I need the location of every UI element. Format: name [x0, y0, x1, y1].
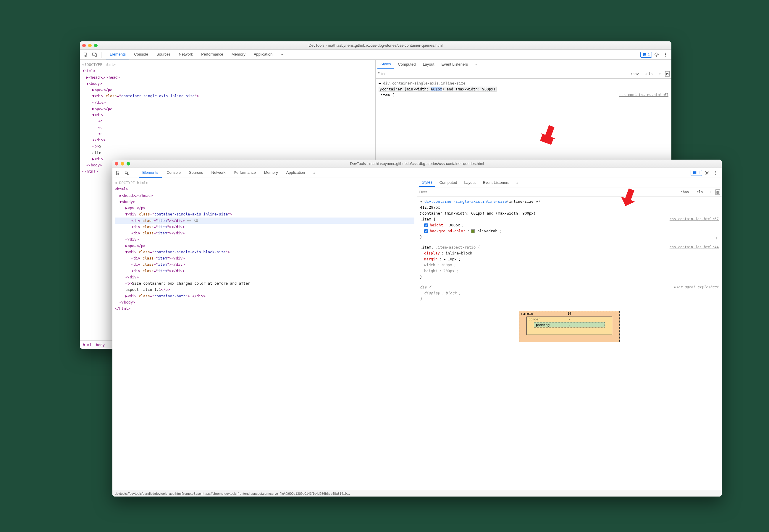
- svg-point-4: [665, 54, 666, 55]
- subtab-listeners[interactable]: Event Listeners: [438, 60, 471, 68]
- close-icon[interactable]: [82, 44, 86, 47]
- filter-input[interactable]: [377, 72, 627, 76]
- cls-toggle[interactable]: .cls: [693, 189, 705, 195]
- main-toolbar: Elements Console Sources Network Perform…: [80, 50, 671, 60]
- new-rule-icon[interactable]: ＋: [707, 189, 714, 195]
- crumb-body[interactable]: body: [96, 343, 105, 347]
- svg-point-2: [656, 54, 657, 55]
- color-swatch-icon[interactable]: [471, 229, 475, 233]
- svg-point-9: [715, 171, 716, 172]
- content-split: <!DOCTYPE html> <html> ▶<head>…</head> ▼…: [112, 178, 722, 490]
- tab-sources[interactable]: Sources: [185, 168, 207, 178]
- titlebar[interactable]: DevTools - mathiasbynens.github.io/css-d…: [112, 160, 722, 168]
- titlebar[interactable]: DevTools - mathiasbynens.github.io/css-d…: [80, 41, 671, 50]
- device-toggle-icon[interactable]: [123, 169, 131, 177]
- subtab-layout[interactable]: Layout: [420, 60, 437, 68]
- main-toolbar: Elements Console Sources Network Perform…: [112, 168, 722, 178]
- tab-memory[interactable]: Memory: [228, 50, 249, 59]
- ua-label: user agent stylesheet: [674, 284, 719, 290]
- elements-tree[interactable]: <!DOCTYPE html> <html> ▶<head>…</head> ▼…: [112, 178, 417, 490]
- tabs-overflow[interactable]: »: [277, 50, 286, 59]
- subtab-computed[interactable]: Computed: [436, 179, 460, 186]
- window-title: DevTools - mathiasbynens.github.io/css-d…: [80, 43, 671, 48]
- tab-elements[interactable]: Elements: [106, 50, 129, 59]
- tab-performance[interactable]: Performance: [230, 168, 259, 178]
- subtab-computed[interactable]: Computed: [395, 60, 419, 68]
- divider: [134, 170, 134, 176]
- svg-point-10: [715, 172, 716, 173]
- svg-rect-7: [127, 172, 129, 175]
- svg-point-5: [665, 56, 666, 56]
- svg-point-3: [665, 53, 666, 53]
- subtabs-overflow[interactable]: »: [472, 60, 480, 68]
- inspect-icon[interactable]: [82, 51, 90, 59]
- tab-performance[interactable]: Performance: [197, 50, 226, 59]
- svg-point-11: [715, 174, 716, 175]
- source-link[interactable]: css-contain…ies.html:44: [670, 244, 719, 250]
- minimize-icon[interactable]: [88, 44, 92, 47]
- traffic-lights: [82, 44, 98, 47]
- divider: [101, 52, 101, 58]
- filter-bar: :hov .cls ＋ ◩: [375, 69, 671, 79]
- messages-badge[interactable]: 1: [640, 52, 652, 58]
- annotation-arrow-icon: [538, 124, 559, 145]
- container-selector-link[interactable]: div.container-single-axis.inline-size: [383, 81, 465, 85]
- messages-badge[interactable]: 1: [691, 170, 702, 176]
- new-rule-icon[interactable]: ＋: [656, 71, 663, 77]
- container-rule: → div.container-single-axis.inline-size(…: [420, 199, 719, 242]
- minimize-icon[interactable]: [121, 162, 124, 166]
- close-icon[interactable]: [115, 162, 118, 166]
- svg-rect-1: [95, 54, 96, 56]
- sidebar-collapse-icon[interactable]: ◩: [665, 71, 670, 77]
- selected-node[interactable]: ⋯<div class="item"></div> == $0: [115, 218, 415, 224]
- ua-rule: div {user agent stylesheet display: bloc…: [420, 284, 719, 302]
- sidebar-collapse-icon[interactable]: ◩: [715, 189, 720, 195]
- source-link[interactable]: css-contain…ies.html:67: [619, 92, 668, 98]
- zoom-icon[interactable]: [127, 162, 130, 166]
- cls-toggle[interactable]: .cls: [642, 71, 655, 77]
- subtabs-overflow[interactable]: »: [514, 179, 522, 186]
- subtab-listeners[interactable]: Event Listeners: [480, 179, 512, 186]
- add-property-icon[interactable]: ＋: [714, 234, 719, 242]
- container-selector-link[interactable]: div.container-single-axis.inline-size: [425, 199, 507, 204]
- panel-tabs: Elements Console Sources Network Perform…: [106, 50, 286, 59]
- gear-icon[interactable]: [653, 51, 661, 59]
- message-icon: [693, 171, 697, 175]
- hov-toggle[interactable]: :hov: [679, 189, 691, 195]
- prop-checkbox[interactable]: [424, 229, 428, 233]
- tab-console[interactable]: Console: [163, 168, 184, 178]
- tab-application[interactable]: Application: [283, 168, 309, 178]
- item-rule: .item, .item-aspect-ratio { css-contain……: [420, 244, 719, 282]
- tab-memory[interactable]: Memory: [260, 168, 281, 178]
- style-rule: → div.container-single-axis.inline-size …: [378, 80, 668, 98]
- box-model[interactable]: margin10 border- padding-: [519, 311, 620, 342]
- crumb-html[interactable]: html: [83, 343, 92, 347]
- tab-elements[interactable]: Elements: [139, 168, 162, 178]
- prop-checkbox[interactable]: [424, 223, 428, 227]
- inspect-icon[interactable]: [114, 169, 122, 177]
- subtab-styles[interactable]: Styles: [419, 178, 435, 187]
- styles-pane: Styles Computed Layout Event Listeners »…: [417, 178, 722, 490]
- styles-rules[interactable]: → div.container-single-axis.inline-size(…: [417, 197, 722, 490]
- window-title: DevTools - mathiasbynens.github.io/css-d…: [112, 161, 722, 166]
- devtools-window-front: DevTools - mathiasbynens.github.io/css-d…: [112, 160, 722, 497]
- source-link[interactable]: css-contain…ies.html:67: [670, 216, 719, 222]
- tab-network[interactable]: Network: [208, 168, 229, 178]
- sidebar-tabs: Styles Computed Layout Event Listeners »: [417, 178, 722, 187]
- filter-bar: :hov .cls ＋ ◩: [417, 187, 722, 197]
- tabs-overflow[interactable]: »: [310, 168, 319, 178]
- gear-icon[interactable]: [703, 169, 711, 177]
- tab-sources[interactable]: Sources: [153, 50, 174, 59]
- device-toggle-icon[interactable]: [90, 51, 99, 59]
- kebab-icon[interactable]: [712, 169, 720, 177]
- subtab-styles[interactable]: Styles: [377, 60, 394, 69]
- tab-console[interactable]: Console: [130, 50, 152, 59]
- hov-toggle[interactable]: :hov: [629, 71, 641, 77]
- svg-point-8: [706, 172, 708, 173]
- kebab-icon[interactable]: [661, 51, 670, 59]
- subtab-layout[interactable]: Layout: [461, 179, 479, 186]
- tab-application[interactable]: Application: [250, 50, 276, 59]
- tab-network[interactable]: Network: [175, 50, 197, 59]
- zoom-icon[interactable]: [94, 44, 98, 47]
- panel-tabs: Elements Console Sources Network Perform…: [139, 168, 319, 178]
